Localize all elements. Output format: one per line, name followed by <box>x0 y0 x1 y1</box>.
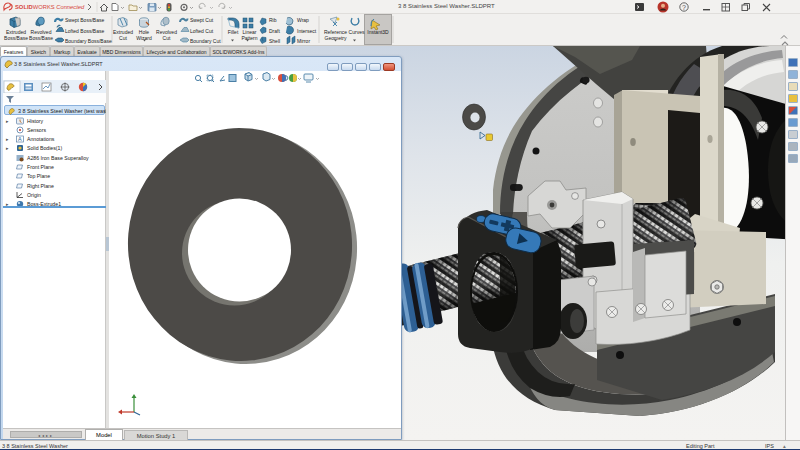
svg-text:A: A <box>18 136 22 142</box>
svg-text:?: ? <box>682 4 686 11</box>
svg-text:SOLIDWORKS Connected: SOLIDWORKS Connected <box>15 4 85 10</box>
